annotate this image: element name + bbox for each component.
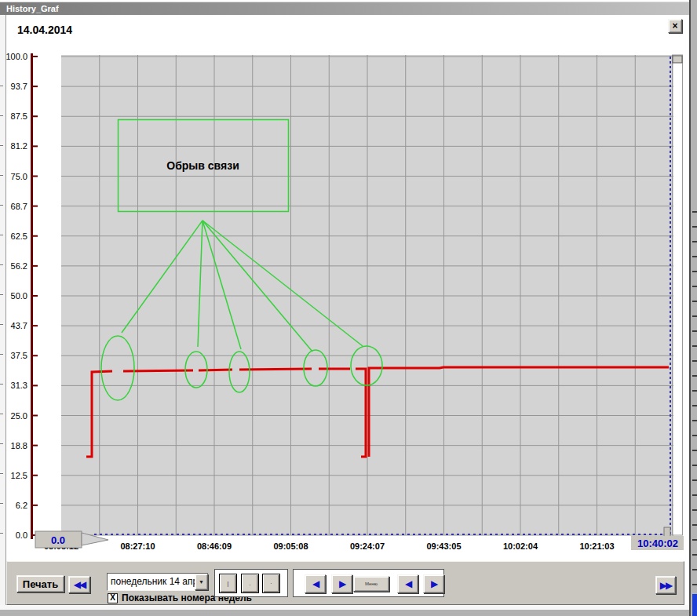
y-tick-label: 6.2 bbox=[16, 501, 27, 510]
page-forward-button[interactable]: ▶ bbox=[423, 574, 444, 593]
y-tick-label: 12.5 bbox=[11, 471, 27, 480]
y-tick-label: 25.0 bbox=[11, 411, 27, 421]
y-tick-label: 68.7 bbox=[11, 202, 27, 211]
mini-button-3[interactable]: · bbox=[262, 574, 280, 593]
x-tick-label: 09:24:07 bbox=[350, 541, 385, 551]
double-right-arrow-icon: ▶▶ bbox=[660, 581, 671, 590]
right-ruler-strip bbox=[689, 0, 697, 616]
y-tick-label: 31.3 bbox=[11, 381, 27, 390]
trend-line-segment bbox=[199, 370, 232, 370]
y-tick-label: 62.5 bbox=[11, 231, 27, 241]
y-tick-label: 50.0 bbox=[11, 291, 27, 301]
combobox-dropdown-button[interactable]: ▼ bbox=[195, 574, 208, 590]
y-tick-label: 43.7 bbox=[11, 321, 27, 330]
screen: History_Graf 14.04.2014 × 100.093.787.58… bbox=[0, 0, 697, 616]
cursor-slider-thumb[interactable] bbox=[673, 56, 682, 63]
right-arrow-icon: ▶ bbox=[431, 579, 436, 589]
history-graf-window: History_Graf 14.04.2014 × 100.093.787.58… bbox=[0, 0, 689, 616]
mini-button-1[interactable]: | bbox=[219, 574, 237, 593]
rewind-button[interactable]: ◀◀ bbox=[68, 576, 90, 593]
left-arrow-icon: ◀ bbox=[405, 579, 411, 589]
y-tick-label: 81.2 bbox=[11, 141, 27, 151]
right-strip-highlight bbox=[692, 594, 697, 616]
step-forward-button[interactable]: ▶ bbox=[331, 574, 352, 593]
y-tick-label: 93.7 bbox=[11, 82, 27, 91]
right-ruler-ticks bbox=[692, 198, 697, 594]
y-tick-label: 18.8 bbox=[11, 441, 27, 450]
trend-line-segment bbox=[239, 369, 312, 370]
x-tick-label: 08:46:09 bbox=[197, 541, 232, 551]
mini-button-2[interactable]: . bbox=[241, 574, 259, 593]
y-tick-label: 100.0 bbox=[5, 52, 27, 61]
week-numbers-checkbox[interactable]: X bbox=[108, 593, 118, 603]
x-tick-label: 10:02:04 bbox=[503, 541, 538, 551]
x-tick-label: 09:43:05 bbox=[426, 541, 461, 551]
cursor-slider-track bbox=[673, 55, 683, 535]
annotation-label: Обрыв связи bbox=[166, 159, 239, 172]
nav-buttons-panel: ◀ ▶ Меню ◀ ▶ bbox=[293, 569, 444, 597]
date-combobox-value: понедельник 14 апр bbox=[108, 574, 195, 590]
y-tick-label: 56.2 bbox=[11, 261, 27, 271]
step-back-button[interactable]: ◀ bbox=[305, 574, 326, 593]
fast-forward-button[interactable]: ▶▶ bbox=[655, 576, 676, 594]
left-ruler-strip bbox=[0, 15, 6, 616]
y-tick-label: 75.0 bbox=[11, 172, 27, 181]
right-cursor-label: 10:40:02 bbox=[637, 538, 678, 549]
left-arrow-icon: ◀ bbox=[312, 579, 318, 589]
y-tick-label: 0.0 bbox=[16, 530, 27, 540]
chevron-down-icon: ▼ bbox=[199, 579, 204, 585]
menu-button[interactable]: Меню bbox=[353, 576, 389, 592]
left-cursor-label: 0.0 bbox=[51, 534, 65, 546]
right-arrow-icon: ▶ bbox=[339, 579, 345, 589]
date-combobox[interactable]: понедельник 14 апр ▼ bbox=[107, 573, 209, 591]
bottom-toolbar: Печать ◀◀ понедельник 14 апр ▼ X Показыв… bbox=[6, 561, 684, 605]
x-tick-label: 09:05:08 bbox=[273, 541, 308, 551]
desktop-edge bbox=[0, 610, 689, 616]
page-back-button[interactable]: ◀ bbox=[397, 574, 418, 593]
print-button[interactable]: Печать bbox=[16, 575, 64, 592]
mini-buttons-panel: | . · bbox=[214, 569, 288, 597]
double-left-arrow-icon: ◀◀ bbox=[74, 580, 85, 589]
x-tick-label: 10:21:03 bbox=[579, 541, 614, 551]
y-tick-label: 37.5 bbox=[11, 351, 27, 360]
x-tick-label: 08:27:10 bbox=[120, 541, 155, 551]
left-ruler-ticks bbox=[0, 56, 3, 551]
chart-svg: 100.093.787.581.275.068.762.556.250.043.… bbox=[0, 0, 697, 559]
y-tick-label: 87.5 bbox=[11, 111, 27, 121]
